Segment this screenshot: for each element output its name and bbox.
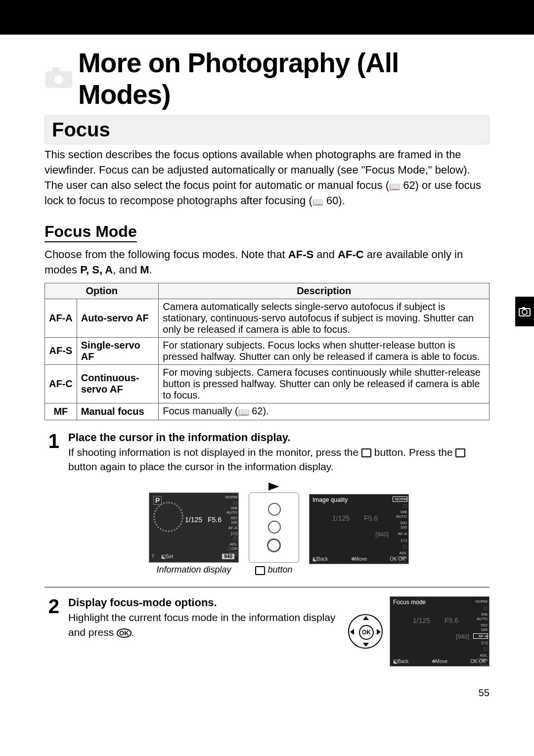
focus-mode-table: Option Description AF-A Auto-servo AF Ca… [44, 283, 490, 420]
step-number: 2 [44, 596, 59, 667]
caption-suffix: button [265, 565, 292, 575]
opt-desc: Focus manually (📖 62). [159, 403, 490, 420]
opt-code: MF [45, 403, 77, 420]
figure-image-quality-menu: Image quality 1/125 F5.6 [940] NORM ⬚ WB… [309, 494, 409, 575]
menu-footer: ⬕Back ✥Move OK OK [312, 556, 405, 562]
focus-mode-section: Focus Mode Choose from the following foc… [44, 222, 490, 420]
side-item: ⬚⬚ [393, 561, 407, 567]
left-arrow-icon [350, 629, 354, 635]
chapter-title: More on Photography (All Modes) [78, 47, 490, 110]
side-item: [▭] [393, 537, 407, 543]
table-row: AF-S Single-servo AF For stationary subj… [45, 337, 490, 364]
side-item-highlight: AF-A [473, 633, 488, 639]
info-display-screen: P 1/125 F5.6 NORM ⬚ WB AUTO ISO 100 AF-A… [149, 492, 239, 563]
svg-rect-6 [52, 67, 59, 72]
lead-afs: AF-S [288, 248, 313, 261]
side-item: NORM [473, 599, 488, 604]
move-label: ✥Move [351, 556, 367, 562]
col-description: Description [159, 283, 490, 299]
menu-footer: ⬕Back ✥Move OK OK [393, 659, 486, 664]
opt-desc: Camera automatically selects single-serv… [159, 299, 490, 337]
opt-name: Single-servo AF [77, 337, 159, 364]
book-icon: 📖 [312, 197, 323, 207]
ok-button-icon: OK [117, 628, 132, 638]
frame-count: 940 [222, 554, 234, 559]
aperture-value: F5.6 [445, 617, 458, 624]
side-item: ⬚ [223, 500, 237, 505]
table-header-row: Option Description [45, 283, 490, 299]
step-text-a: Highlight the current focus mode in the … [68, 612, 335, 637]
desc-ref: 62). [249, 405, 269, 416]
step-title: Place the cursor in the information disp… [68, 431, 490, 444]
step-text-b: button. Press the [371, 446, 455, 458]
side-item: ISO 100 [473, 623, 488, 632]
side-item: ADL ⬚ON [223, 542, 237, 551]
step-text-a: If shooting information is not displayed… [68, 446, 361, 458]
side-item: ⬚ [393, 503, 407, 508]
table-row: MF Manual focus Focus manually (📖 62). [45, 403, 490, 420]
shutter-value: 1/125 [413, 617, 430, 624]
section-intro: This section describes the focus options… [44, 147, 490, 209]
step-number: 1 [44, 431, 59, 576]
info-button [267, 538, 281, 552]
desc-prefix: Focus manually ( [163, 405, 238, 416]
right-arrow-icon [377, 629, 381, 635]
opt-name: Continuous-servo AF [77, 364, 159, 403]
side-item: WB AUTO [223, 506, 237, 515]
info-button-icon [361, 448, 371, 457]
info-button-icon [455, 448, 465, 457]
book-icon: 📖 [238, 407, 249, 417]
table-row: AF-C Continuous-servo AF For moving subj… [45, 364, 490, 403]
book-icon: 📖 [389, 182, 400, 192]
section-title: Focus [52, 119, 110, 140]
camera-back-panel [249, 492, 299, 563]
figure-info-display: P 1/125 F5.6 NORM ⬚ WB AUTO ISO 100 AF-A… [149, 492, 239, 575]
help-indicator: ? [151, 554, 154, 559]
back-label: ⬕Back [393, 659, 408, 664]
step-2: 2 Display focus-mode options. Highlight … [44, 596, 490, 678]
step-text-c: button again to place the cursor in the … [68, 461, 334, 472]
side-item: NORM [393, 496, 407, 502]
aperture-value: F5.6 [208, 516, 222, 524]
svg-marker-7 [268, 483, 279, 490]
page-number: 55 [44, 687, 490, 699]
multi-selector-pad: OK [348, 614, 383, 649]
side-item: WB AUTO [393, 509, 407, 519]
focus-mode-menu-screen: Focus mode 1/125 F5.6 [940] NORM ⬚ WB AU… [390, 596, 490, 667]
figure-button-panel: button [249, 483, 299, 575]
panel-button [268, 503, 281, 516]
lead-afc: AF-C [338, 248, 364, 261]
opt-desc: For stationary subjects. Focus locks whe… [159, 337, 490, 364]
side-item: ⬚ [473, 605, 488, 611]
ok-label: OK OK [470, 659, 486, 664]
col-option: Option [45, 283, 159, 299]
up-arrow-icon [363, 616, 369, 620]
lead-m: M [140, 264, 149, 276]
shutter-value: 1/125 [332, 514, 350, 522]
step-text: Highlight the current focus mode in the … [68, 610, 339, 639]
opt-code: AF-A [45, 299, 77, 337]
focus-mode-lead: Choose from the following focus modes. N… [44, 247, 490, 278]
side-item: AF-A [223, 526, 237, 530]
side-item: ISO 100 [223, 516, 237, 525]
down-arrow-icon [363, 643, 369, 647]
set-label: ⬕Set [161, 554, 173, 559]
step-text: If shooting information is not displayed… [68, 445, 490, 474]
step-text-b: . [132, 626, 134, 638]
step2-figures: OK Focus mode 1/125 F5.6 [940] NORM ⬚ [348, 596, 490, 667]
arrow-right-icon [268, 483, 279, 490]
side-item: ⬚ [223, 536, 237, 541]
camera-icon [44, 66, 73, 91]
info-sidebar: NORM ⬚ WB AUTO ISO 100 AF-A [▭] ⬚ ADL ⬚O… [223, 495, 237, 556]
focus-mode-heading: Focus Mode [44, 222, 137, 242]
figure-caption: button [249, 565, 299, 575]
dial-graphic [153, 502, 183, 532]
figure-caption: Information display [149, 565, 239, 575]
chapter-header: More on Photography (All Modes) [44, 47, 490, 110]
info-button-icon [255, 566, 265, 575]
intro-ref2: 60). [323, 194, 345, 207]
step-1: 1 Place the cursor in the information di… [44, 431, 490, 588]
side-item: WB AUTO [473, 612, 488, 622]
section-heading-box: Focus [44, 115, 490, 144]
step1-figures: P 1/125 F5.6 NORM ⬚ WB AUTO ISO 100 AF-A… [68, 483, 490, 575]
